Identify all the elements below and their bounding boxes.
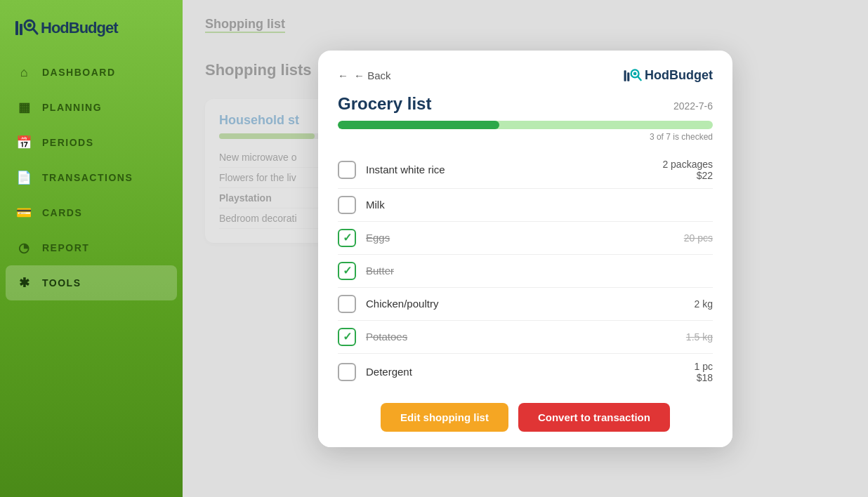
item-detail-3: 20 pcs bbox=[657, 232, 713, 244]
convert-to-transaction-button[interactable]: Convert to transaction bbox=[518, 403, 670, 432]
document-icon: 📄 bbox=[17, 170, 32, 185]
svg-rect-5 bbox=[624, 70, 626, 81]
item-name-6: Potatoes bbox=[366, 331, 647, 343]
svg-rect-1 bbox=[20, 24, 22, 35]
svg-line-9 bbox=[638, 76, 641, 79]
grocery-date: 2022-7-6 bbox=[673, 100, 713, 112]
sidebar-item-label: CARDS bbox=[42, 207, 82, 218]
list-item: Milk bbox=[338, 189, 713, 222]
svg-point-8 bbox=[633, 72, 637, 75]
sidebar-item-label: PERIODS bbox=[42, 137, 94, 148]
sidebar-item-dashboard[interactable]: ⌂ DASHBOARD bbox=[0, 55, 183, 90]
app-logo: HodBudget bbox=[14, 15, 118, 41]
item-name-3: Eggs bbox=[366, 232, 647, 244]
sidebar-item-periods[interactable]: 📅 PERIODS bbox=[0, 125, 183, 160]
home-icon: ⌂ bbox=[17, 65, 32, 80]
list-item: Butter bbox=[338, 255, 713, 288]
item-checkbox-2[interactable] bbox=[338, 196, 356, 214]
item-checkbox-6[interactable] bbox=[338, 328, 356, 346]
modal-logo: HodBudget bbox=[623, 66, 713, 86]
grocery-list-modal: ← ← Back HodBudget Grocer bbox=[318, 51, 732, 447]
sidebar-item-label: TOOLS bbox=[42, 277, 81, 289]
sidebar-item-planning[interactable]: ▦ PLANNING bbox=[0, 90, 183, 125]
item-name-7: Detergent bbox=[366, 366, 647, 378]
report-icon: ◔ bbox=[17, 240, 32, 256]
svg-line-4 bbox=[33, 29, 37, 34]
progress-label: 3 of 7 is checked bbox=[338, 132, 713, 142]
svg-rect-6 bbox=[627, 72, 629, 81]
logo-text: HodBudget bbox=[41, 19, 118, 37]
sidebar-item-label: TRANSACTIONS bbox=[42, 172, 133, 183]
svg-point-3 bbox=[27, 23, 32, 27]
grid-icon: ▦ bbox=[17, 100, 32, 115]
modal-body: Grocery list 2022-7-6 3 of 7 is checked … bbox=[318, 86, 732, 390]
item-name-1: Instant white rice bbox=[366, 164, 647, 175]
item-checkbox-5[interactable] bbox=[338, 295, 356, 313]
item-name-4: Butter bbox=[366, 265, 647, 277]
list-item: Potatoes 1.5 kg bbox=[338, 321, 713, 354]
list-item: Detergent 1 pc $18 bbox=[338, 354, 713, 390]
calendar-icon: 📅 bbox=[17, 135, 32, 150]
list-item: Chicken/poultry 2 kg bbox=[338, 288, 713, 321]
grocery-header: Grocery list 2022-7-6 bbox=[338, 94, 713, 114]
back-button[interactable]: ← ← Back bbox=[338, 69, 391, 81]
progress-bar bbox=[338, 121, 713, 129]
item-name-2: Milk bbox=[366, 199, 647, 211]
logo-area: HodBudget bbox=[0, 0, 183, 55]
item-detail-5: 2 kg bbox=[657, 298, 713, 310]
svg-rect-0 bbox=[15, 21, 18, 35]
item-detail-1: 2 packages $22 bbox=[657, 159, 713, 181]
back-label: ← Back bbox=[354, 69, 391, 81]
item-name-5: Chicken/poultry bbox=[366, 298, 647, 310]
sidebar-item-report[interactable]: ◔ REPORT bbox=[0, 230, 183, 265]
main-area: Shopping list Shopping lists Active Hous… bbox=[183, 0, 868, 497]
modal-logo-text: HodBudget bbox=[645, 68, 713, 83]
item-checkbox-1[interactable] bbox=[338, 161, 356, 179]
item-checkbox-7[interactable] bbox=[338, 363, 356, 381]
items-list: Instant white rice 2 packages $22 Milk bbox=[338, 152, 713, 390]
sidebar-item-label: DASHBOARD bbox=[42, 67, 116, 78]
item-checkbox-3[interactable] bbox=[338, 229, 356, 247]
modal-overlay: ← ← Back HodBudget Grocer bbox=[183, 0, 868, 497]
sidebar-item-cards[interactable]: 💳 CARDS bbox=[0, 195, 183, 230]
sidebar: HodBudget ⌂ DASHBOARD ▦ PLANNING 📅 PERIO… bbox=[0, 0, 183, 497]
tools-icon: ✱ bbox=[17, 275, 32, 291]
sidebar-item-tools[interactable]: ✱ TOOLS bbox=[6, 265, 177, 300]
list-item: Eggs 20 pcs bbox=[338, 222, 713, 255]
item-checkbox-4[interactable] bbox=[338, 262, 356, 280]
list-item: Instant white rice 2 packages $22 bbox=[338, 152, 713, 189]
modal-logo-icon bbox=[623, 66, 643, 86]
modal-header: ← ← Back HodBudget bbox=[318, 51, 732, 86]
progress-fill bbox=[338, 121, 499, 129]
edit-shopping-list-button[interactable]: Edit shopping list bbox=[381, 403, 508, 432]
item-detail-7: 1 pc $18 bbox=[657, 361, 713, 383]
sidebar-item-label: PLANNING bbox=[42, 102, 102, 113]
sidebar-item-transactions[interactable]: 📄 TRANSACTIONS bbox=[0, 160, 183, 195]
item-detail-6: 1.5 kg bbox=[657, 331, 713, 343]
modal-footer: Edit shopping list Convert to transactio… bbox=[318, 390, 732, 447]
back-arrow-icon: ← bbox=[338, 69, 348, 81]
card-icon: 💳 bbox=[17, 205, 32, 220]
grocery-title: Grocery list bbox=[338, 94, 431, 114]
sidebar-item-label: REPORT bbox=[42, 242, 89, 253]
logo-icon bbox=[14, 15, 39, 41]
